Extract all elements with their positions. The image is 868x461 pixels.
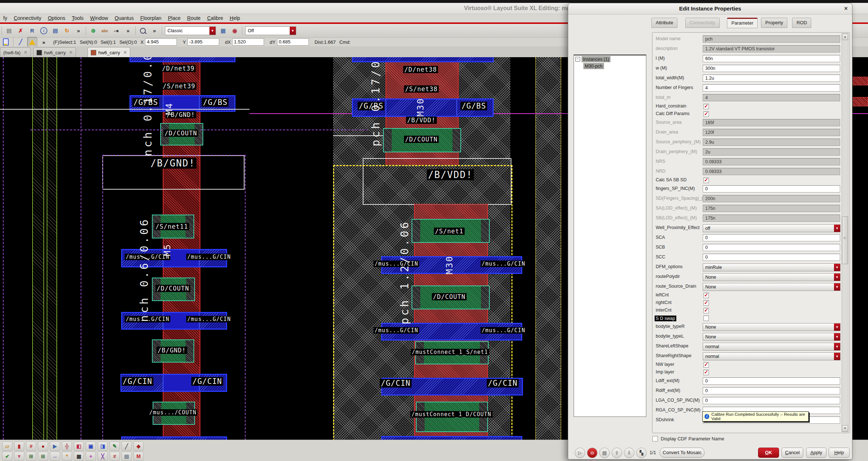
delete-x-icon[interactable]: ✗ — [16, 26, 26, 36]
menu-item-options[interactable]: Options — [44, 14, 68, 22]
param-select[interactable]: None▼ — [703, 333, 841, 341]
stop-icon[interactable]: ⊖ — [587, 448, 597, 458]
more-chevron-icon[interactable]: » — [39, 37, 49, 47]
param-field[interactable]: 0 — [703, 387, 840, 394]
dx-field[interactable]: 1.520 — [232, 38, 264, 46]
combo-arrow-icon[interactable]: ▼ — [209, 27, 216, 35]
zoom-icon[interactable] — [138, 26, 148, 36]
param-checkbox[interactable]: ✓ — [703, 308, 709, 313]
info-icon[interactable]: i — [39, 26, 49, 36]
scroll-thumb[interactable] — [842, 216, 848, 264]
doc-plug-icon[interactable]: ▤ — [122, 452, 132, 461]
verify-check-icon[interactable]: ✔ — [2, 452, 12, 461]
param-field[interactable]: 60n — [703, 55, 840, 62]
convert-to-mosaic-button[interactable]: Convert To Mosaic — [660, 448, 705, 458]
crosshair-box-icon[interactable]: ╬ — [62, 441, 72, 451]
align-icon[interactable]: ▤ — [50, 26, 60, 36]
more-chevron-icon[interactable]: » — [149, 26, 159, 36]
menu-item-calibre[interactable]: Calibre — [204, 14, 226, 22]
display-cdf-checkbox-row[interactable]: Display CDF Parameter Name — [652, 436, 724, 441]
param-field[interactable]: 0 — [703, 254, 840, 261]
param-field[interactable]: 0 — [703, 234, 840, 241]
param-field[interactable]: 0 — [703, 377, 840, 385]
param-select[interactable]: None▼ — [703, 283, 841, 291]
tab-close-icon[interactable]: ✕ — [69, 50, 73, 55]
scroll-up-icon[interactable]: ▲ — [842, 34, 848, 40]
param-field[interactable]: 300n — [703, 65, 840, 72]
probe-icon[interactable]: + — [86, 452, 96, 461]
tree-root-label[interactable]: Instances (1) — [582, 56, 610, 62]
terminal-check-icon[interactable]: ▦ — [74, 452, 84, 461]
select-arrow-icon[interactable]: ▼ — [834, 274, 840, 281]
param-checkbox[interactable]: ✓ — [703, 111, 709, 117]
param-select[interactable]: off▼ — [703, 224, 841, 232]
select-arrow-icon[interactable]: ▼ — [834, 283, 840, 291]
tab-hw6fa[interactable]: (hw6-fa)✕ — [0, 47, 31, 57]
burst-icon[interactable]: * — [62, 452, 72, 461]
tab-close-icon[interactable]: ✕ — [24, 50, 27, 55]
menu-item-connectivity[interactable]: Connectivity — [10, 14, 44, 22]
param-select[interactable]: normal▼ — [703, 352, 841, 360]
dialog-tab-property[interactable]: Property — [761, 18, 787, 28]
help-button[interactable]: Help — [829, 448, 850, 458]
menu-item-place[interactable]: Place — [165, 14, 184, 22]
menu-item-route[interactable]: Route — [184, 14, 204, 22]
form-scrollbar[interactable]: ▲ ▼ — [842, 33, 848, 432]
dialog-tab-parameter[interactable]: Parameter — [727, 18, 758, 28]
menu-item-help[interactable]: Help — [226, 14, 243, 22]
param-select[interactable]: None▼ — [703, 273, 841, 281]
param-select[interactable]: normal▼ — [703, 343, 841, 351]
select-arrow-icon[interactable]: ▼ — [834, 333, 840, 341]
add-instance-icon[interactable]: ⊕ — [88, 26, 98, 36]
label-abc-icon[interactable]: abc — [100, 26, 110, 36]
select-arrow-icon[interactable]: ▼ — [834, 353, 840, 360]
open-design-icon[interactable]: ▱ — [2, 441, 12, 451]
funnel-icon[interactable]: ▼ — [14, 452, 24, 461]
menu-item-quantus[interactable]: Quantus — [111, 14, 137, 22]
param-select[interactable]: minRule▼ — [703, 263, 841, 271]
tree-expander-icon[interactable]: − — [575, 57, 580, 62]
menu-item-floorplan[interactable]: Floorplan — [137, 14, 165, 22]
param-checkbox[interactable] — [703, 316, 709, 321]
select-arrow-icon[interactable]: ▼ — [834, 264, 840, 271]
instance-tree[interactable]: − Instances (1) M30-pch — [574, 55, 646, 417]
combo-arrow-icon[interactable]: ▼ — [290, 27, 296, 35]
tree-item-instances[interactable]: − Instances (1) — [574, 56, 646, 62]
tree-item-m30[interactable]: M30-pch — [574, 63, 646, 69]
dy-field[interactable]: 0.685 — [277, 38, 309, 46]
display-mode-combo[interactable]: Classic▼ — [165, 26, 216, 35]
select-arrow-icon[interactable]: ▼ — [834, 343, 840, 350]
menu-item-window[interactable]: Window — [87, 14, 111, 22]
tab-hw6carry[interactable]: hw6_carry✕ — [33, 47, 76, 57]
detach-icon[interactable]: ≠ — [110, 452, 120, 461]
waveform-icon[interactable]: M — [133, 452, 144, 461]
copy-rules-icon[interactable]: R — [27, 26, 37, 36]
snap-mode-combo[interactable]: Off▼ — [245, 26, 296, 35]
link-pins-icon[interactable]: ╳ — [98, 452, 108, 461]
layer-bars-icon[interactable]: ▮ — [14, 441, 24, 451]
param-field[interactable]: 0 — [703, 244, 840, 251]
tab-close-icon[interactable]: ✕ — [123, 50, 127, 55]
resize-box-icon[interactable]: ▣ — [86, 441, 96, 451]
down-icon[interactable]: ⇩ — [624, 448, 634, 458]
dialog-tab-connectivity[interactable]: Connectivity — [685, 18, 720, 28]
param-checkbox[interactable]: ✓ — [703, 293, 709, 298]
param-select[interactable]: None▼ — [703, 323, 841, 331]
more-chevron-icon[interactable]: » — [73, 26, 84, 36]
display-cdf-checkbox[interactable] — [652, 436, 658, 441]
hierarchy-icon[interactable]: ▚ — [636, 448, 647, 458]
dialog-tab-rod[interactable]: ROD — [792, 18, 811, 28]
param-field[interactable]: 0 — [703, 397, 840, 404]
ladder-icon[interactable]: # — [26, 441, 36, 451]
import-box-icon[interactable]: ◨ — [98, 441, 108, 451]
menu-item-fy[interactable]: fy — [0, 14, 10, 22]
select-arrow-icon[interactable]: ▼ — [834, 323, 840, 331]
pin-left-icon[interactable]: ⊞ — [26, 452, 36, 461]
ok-button[interactable]: OK — [758, 448, 779, 458]
up-icon[interactable]: ⇧ — [612, 448, 622, 458]
param-field[interactable]: 1.2u — [703, 75, 840, 82]
next-instance-icon[interactable]: ▷ — [575, 448, 585, 458]
tree-child-label[interactable]: M30-pch — [583, 63, 604, 69]
apply-button[interactable]: Apply — [806, 448, 826, 458]
dialog-tab-attribute[interactable]: Attribute — [651, 18, 677, 28]
